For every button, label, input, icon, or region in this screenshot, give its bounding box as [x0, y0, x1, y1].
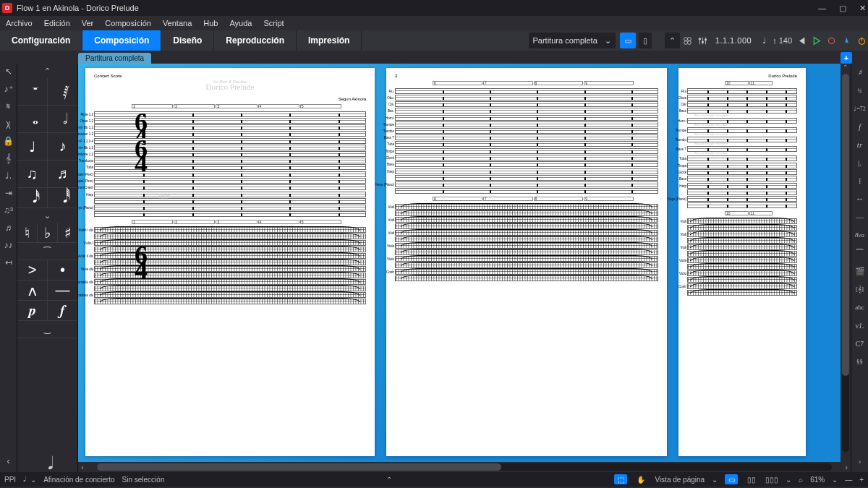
lines-icon[interactable]: —: [854, 211, 867, 223]
status-view-mode[interactable]: Vista de página: [655, 476, 705, 484]
dynamics-icon[interactable]: f: [854, 121, 867, 132]
cues-icon[interactable]: [𝄞]: [854, 283, 867, 295]
chevron-down-icon[interactable]: ⌄: [832, 476, 838, 484]
scroll-right-icon[interactable]: ›: [842, 463, 851, 471]
zoom-in-button[interactable]: +: [859, 476, 864, 484]
acc-sharp[interactable]: ♯: [58, 223, 77, 242]
lyrics-icon[interactable]: abc: [854, 301, 867, 313]
menu-ver[interactable]: Ver: [82, 19, 94, 27]
rehearsal-icon[interactable]: §§: [854, 356, 867, 367]
mode-reproduccion[interactable]: Reproducción: [214, 30, 297, 51]
tuplet-tool-icon[interactable]: ♫³: [3, 205, 14, 215]
scroll-up-icon[interactable]: ⌃: [841, 64, 851, 72]
rewind-button[interactable]: [794, 34, 807, 47]
menu-ventana[interactable]: Ventana: [163, 19, 192, 27]
zoom-icon[interactable]: ⌕: [799, 476, 803, 484]
right-panel-collapse[interactable]: ›: [854, 455, 867, 466]
note-eighth[interactable]: ♪: [48, 133, 77, 160]
note-128th[interactable]: 𝅘𝅥𝅱: [48, 188, 77, 207]
acc-natural[interactable]: ♮: [17, 223, 38, 242]
menu-hub[interactable]: Hub: [203, 19, 218, 27]
hscroll-thumb[interactable]: [97, 463, 501, 471]
chords-icon[interactable]: C7: [854, 338, 867, 349]
ornaments-icon[interactable]: tr: [854, 139, 867, 150]
galley-page-toggle[interactable]: ▭: [620, 33, 636, 48]
layout-selector[interactable]: Partitura completa ⌄: [529, 33, 616, 48]
artic-stress[interactable]: 𝆑: [48, 301, 77, 320]
hand-tool-button[interactable]: ✋: [634, 474, 647, 484]
clef-tool-icon[interactable]: 𝄞: [3, 153, 14, 163]
scroll-left-icon[interactable]: ‹: [78, 463, 87, 471]
status-center-chevron[interactable]: ⌃: [386, 476, 392, 484]
time-sig-icon[interactable]: ¾: [854, 85, 867, 96]
lock-tool-icon[interactable]: 🔒: [3, 136, 14, 146]
grace-tool-icon[interactable]: ♬: [3, 223, 14, 233]
vscroll-thumb[interactable]: [842, 74, 849, 376]
note-half[interactable]: 𝅗𝅥: [48, 106, 77, 132]
play-button[interactable]: [809, 34, 822, 47]
cue-tool-icon[interactable]: ♪♪: [3, 240, 14, 250]
rest-whole[interactable]: 𝅁: [48, 78, 77, 105]
artic-accent[interactable]: >: [17, 260, 48, 280]
view-multi-button[interactable]: ▯▯▯: [765, 474, 778, 484]
tie-button[interactable]: ⁀: [17, 243, 77, 260]
mixer-icon[interactable]: [697, 34, 710, 47]
video-panel-icon[interactable]: 🎬: [854, 265, 867, 277]
view-single-button[interactable]: ▭: [725, 474, 738, 484]
mode-impresion[interactable]: Impresión: [297, 30, 362, 51]
note-input-tool-icon[interactable]: ♪⁺: [3, 84, 14, 94]
artic-staccato[interactable]: •: [48, 260, 77, 280]
scissors-tool-icon[interactable]: χ: [3, 119, 14, 129]
note-sixteenth[interactable]: ♫: [17, 160, 48, 187]
acc-flat[interactable]: ♭: [38, 223, 58, 242]
ledger-tool-icon[interactable]: ⇥: [3, 188, 14, 198]
menu-script[interactable]: Script: [263, 19, 284, 27]
vertical-scrollbar[interactable]: ⌃: [841, 64, 851, 462]
note-thirtysecond[interactable]: ♬: [48, 160, 77, 187]
beam-tool-icon[interactable]: ↤: [3, 257, 14, 267]
add-tab-button[interactable]: +: [841, 52, 852, 64]
chevron-down-icon[interactable]: ⌄: [786, 476, 791, 484]
zoom-out-button[interactable]: —: [845, 476, 852, 484]
slur-button[interactable]: ‿: [17, 321, 77, 338]
artic-staccatissimo[interactable]: 𝆏: [17, 301, 48, 320]
video-icon[interactable]: [681, 34, 694, 47]
menu-archivo[interactable]: Archivo: [6, 19, 33, 27]
close-button[interactable]: ✕: [859, 4, 866, 13]
power-button[interactable]: [855, 34, 868, 47]
tempo-icon[interactable]: ♩=72: [854, 103, 867, 114]
marquee-tool-button[interactable]: ⬚: [614, 474, 627, 484]
view-spread-button[interactable]: ▯▯: [745, 474, 758, 484]
playing-tech-icon[interactable]: ↔: [854, 193, 867, 205]
tab-partitura-completa[interactable]: Partitura completa: [78, 53, 151, 64]
score-viewport[interactable]: Concert Score for Ron & Pauline Dorico P…: [78, 64, 851, 472]
key-sig-icon[interactable]: ♯: [854, 67, 867, 78]
menu-ayuda[interactable]: Ayuda: [229, 19, 252, 27]
note-quarter[interactable]: ♩: [17, 133, 48, 160]
maximize-button[interactable]: ▢: [839, 4, 846, 13]
mode-composicion[interactable]: Composición: [82, 30, 161, 51]
menu-composicion[interactable]: Composición: [105, 19, 151, 27]
slur-icon[interactable]: ⁀: [854, 247, 867, 259]
artic-marcato[interactable]: ʌ: [17, 281, 48, 300]
note-whole[interactable]: 𝅝: [17, 106, 48, 132]
note-sixtyfourth[interactable]: 𝅘𝅥𝅰: [17, 188, 48, 207]
record-button[interactable]: [825, 34, 838, 47]
mode-diseno[interactable]: Diseño: [161, 30, 214, 51]
mode-configuracion[interactable]: Configuración: [0, 30, 82, 51]
fingering-icon[interactable]: v1.: [854, 320, 867, 331]
artic-tenuto[interactable]: —: [48, 281, 77, 300]
layout-pages-button[interactable]: ▯: [639, 33, 652, 48]
barline-icon[interactable]: |.: [854, 157, 867, 168]
chevron-down-icon[interactable]: ⌄: [712, 476, 718, 484]
select-tool-icon[interactable]: ↖: [3, 67, 14, 77]
dot-tool-icon[interactable]: ♩.: [3, 171, 14, 181]
click-button[interactable]: [840, 34, 853, 47]
rest-breve[interactable]: 𝄻: [17, 78, 48, 105]
transport-collapse[interactable]: ⌃: [665, 33, 680, 48]
holds-icon[interactable]: ⁞: [854, 175, 867, 187]
menu-edicion[interactable]: Edición: [44, 19, 70, 27]
insert-tool-icon[interactable]: 𝄋: [3, 101, 14, 111]
status-grid-icon[interactable]: ⌄: [30, 476, 36, 484]
horizontal-scrollbar[interactable]: ‹ ›: [78, 462, 851, 472]
